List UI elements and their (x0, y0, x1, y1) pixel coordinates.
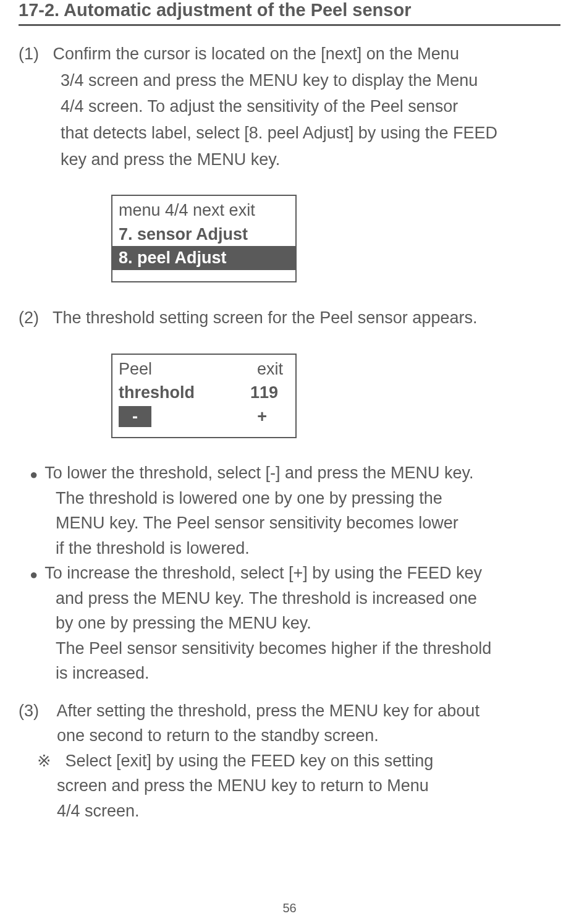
bullet-marker-icon: ● (30, 564, 38, 585)
page-number: 56 (0, 901, 579, 915)
note-mark: ※ (37, 752, 51, 770)
step-2-number: (2) (19, 308, 39, 327)
step-1: (1) Confirm the cursor is located on the… (19, 41, 560, 172)
threshold-screen-box: Peel exit threshold 119 - + (111, 354, 297, 439)
menu-screen-row2: 7. sensor Adjust (112, 223, 295, 247)
bullet-1-line3: MENU key. The Peel sensor sensitivity be… (19, 511, 560, 536)
threshold-screen-empty-row (112, 431, 295, 437)
bullet-1-line1: To lower the threshold, select [-] and p… (44, 464, 473, 482)
bullet-1-line4: if the threshold is lowered. (19, 536, 560, 561)
step-1-line3: 4/4 screen. To adjust the sensitivity of… (19, 93, 560, 120)
threshold-screen-row3: - + (112, 405, 295, 431)
section-heading: 17-2. Automatic adjustment of the Peel s… (19, 0, 560, 26)
bullet-2-line1: To increase the threshold, select [+] by… (44, 564, 482, 582)
threshold-value: 119 (250, 382, 289, 404)
step-3: (3) After setting the threshold, press t… (19, 698, 560, 824)
peel-exit: exit (257, 358, 289, 380)
bullet-1-line2: The threshold is lowered one by one by p… (19, 486, 560, 511)
note-line3: 4/4 screen. (19, 799, 560, 824)
bullet-2-line4: The Peel sensor sensitivity becomes high… (19, 636, 560, 661)
threshold-screen-row1: Peel exit (112, 355, 295, 381)
step-1-line1: Confirm the cursor is located on the [ne… (53, 45, 459, 63)
step-1-line2: 3/4 screen and press the MENU key to dis… (19, 67, 560, 94)
step-1-line5: key and press the MENU key. (19, 146, 560, 173)
step-2-line1: The threshold setting screen for the Pee… (53, 308, 477, 327)
menu-screen-box: menu 4/4 next exit 7. sensor Adjust 8. p… (111, 195, 297, 282)
bullet-2-line3: by one by pressing the MENU key. (19, 611, 560, 636)
step-3-line2: one second to return to the standby scre… (19, 723, 560, 748)
step-2: (2) The threshold setting screen for the… (19, 305, 560, 331)
bullet-2-line5: is increased. (19, 661, 560, 686)
note-line2: screen and press the MENU key to return … (19, 773, 560, 799)
menu-screen-empty-row (112, 270, 295, 281)
bullet-2: ● To increase the threshold, select [+] … (19, 561, 560, 686)
menu-screen-row1: menu 4/4 next exit (112, 196, 295, 223)
threshold-label: threshold (119, 382, 250, 404)
bullet-1: ● To lower the threshold, select [-] and… (19, 460, 560, 561)
menu-screen-row3-selected: 8. peel Adjust (112, 246, 295, 270)
note-line1: Select [exit] by using the FEED key on t… (66, 752, 434, 770)
step-3-number: (3) (19, 701, 39, 720)
bullet-2-line2: and press the MENU key. The threshold is… (19, 586, 560, 611)
threshold-screen-row2: threshold 119 (112, 381, 295, 405)
minus-button: - (119, 406, 151, 428)
peel-label: Peel (119, 358, 257, 380)
step-1-number: (1) (19, 45, 39, 63)
bullet-marker-icon: ● (30, 464, 38, 485)
step-1-line4: that detects label, select [8. peel Adju… (19, 120, 560, 146)
plus-button: + (257, 406, 289, 428)
step-3-line1: After setting the threshold, press the M… (57, 701, 480, 720)
